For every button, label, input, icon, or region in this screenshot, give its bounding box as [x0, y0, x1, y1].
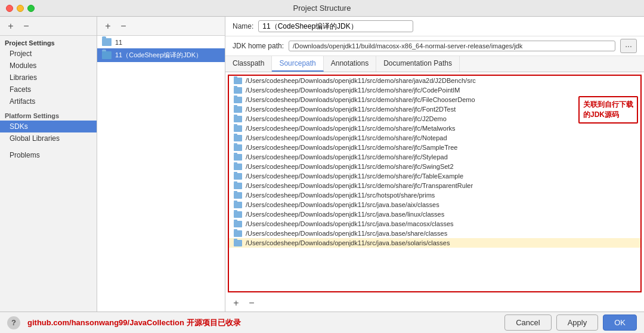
path-item[interactable]: /Users/codesheep/Downloads/openjdk11/src…	[229, 162, 640, 171]
path-value: /Users/codesheep/Downloads/openjdk11/src…	[246, 134, 447, 141]
bottom-bar: ? github.com/hansonwang99/JavaCollection…	[0, 312, 644, 333]
sidebar-item-facets[interactable]: Facets	[0, 84, 97, 95]
sidebar-item-modules[interactable]: Modules	[0, 60, 97, 72]
path-item[interactable]: /Users/codesheep/Downloads/openjdk11/src…	[229, 124, 640, 133]
sidebar-item-problems[interactable]: Problems	[0, 149, 97, 161]
path-value: /Users/codesheep/Downloads/openjdk11/src…	[246, 220, 454, 227]
path-item[interactable]: /Users/codesheep/Downloads/openjdk11/src…	[229, 219, 640, 229]
path-value: /Users/codesheep/Downloads/openjdk11/src…	[246, 125, 456, 132]
maximize-button[interactable]	[27, 5, 35, 12]
jdk-home-row: JDK home path: ···	[225, 36, 644, 56]
ok-button[interactable]: OK	[603, 314, 637, 331]
path-value: /Users/codesheep/Downloads/openjdk11/src…	[246, 201, 439, 208]
browse-button[interactable]: ···	[620, 39, 637, 53]
traffic-lights	[6, 5, 35, 12]
path-value: /Users/codesheep/Downloads/openjdk11/src…	[246, 153, 448, 161]
sidebar-item-sdks-label: SDKs	[10, 122, 28, 131]
path-item[interactable]: /Users/codesheep/Downloads/openjdk11/src…	[229, 76, 640, 85]
path-item[interactable]: /Users/codesheep/Downloads/openjdk11/src…	[229, 200, 640, 209]
folder-icon	[234, 135, 242, 141]
tab-annotations[interactable]: Annotations	[324, 56, 376, 72]
sidebar-project-items: ProjectModulesLibrariesFacetsArtifacts	[0, 48, 97, 107]
folder-icon	[234, 202, 242, 208]
path-value: /Users/codesheep/Downloads/openjdk11/src…	[246, 77, 476, 84]
sdk-item-sdk-11-codesheep-label: 11（CodeSheep编译的JDK）	[115, 51, 202, 60]
path-value: /Users/codesheep/Downloads/openjdk11/src…	[246, 87, 460, 94]
folder-icon	[234, 144, 242, 151]
close-button[interactable]	[6, 5, 13, 12]
sdk-tree-toolbar: + −	[97, 17, 225, 36]
name-input[interactable]	[258, 20, 413, 32]
sdk-add-button[interactable]: +	[102, 20, 114, 32]
sidebar-item-artifacts[interactable]: Artifacts	[0, 95, 97, 107]
main-content: + − Project Settings ProjectModulesLibra…	[0, 17, 644, 312]
sdk-list: 1111（CodeSheep编译的JDK）	[97, 36, 225, 312]
sidebar-item-global-libraries[interactable]: Global Libraries	[0, 132, 97, 144]
paths-remove-button[interactable]: −	[246, 297, 258, 309]
path-item[interactable]: /Users/codesheep/Downloads/openjdk11/src…	[229, 181, 640, 190]
sidebar-item-facets-label: Facets	[10, 85, 31, 94]
path-value: /Users/codesheep/Downloads/openjdk11/src…	[246, 182, 473, 189]
jdk-home-input[interactable]	[289, 41, 615, 51]
sidebar-item-modules-label: Modules	[10, 61, 36, 70]
path-value: /Users/codesheep/Downloads/openjdk11/src…	[246, 192, 435, 199]
path-item[interactable]: /Users/codesheep/Downloads/openjdk11/src…	[229, 152, 640, 162]
window-title: Project Structure	[293, 4, 351, 13]
titlebar: Project Structure	[0, 0, 644, 17]
path-value: /Users/codesheep/Downloads/openjdk11/src…	[246, 163, 454, 170]
folder-icon	[234, 87, 242, 94]
tab-sourcepath[interactable]: Sourcepath	[272, 56, 323, 72]
bottom-link-text: github.com/hansonwang99/JavaCollection 开…	[27, 317, 500, 328]
help-button[interactable]: ?	[7, 316, 20, 329]
name-label: Name:	[233, 22, 253, 30]
folder-icon	[234, 183, 242, 189]
tab-documentation-paths[interactable]: Documentation Paths	[376, 56, 460, 72]
sidebar-item-project-label: Project	[10, 50, 32, 58]
folder-icon	[234, 125, 242, 132]
folder-icon	[234, 211, 242, 218]
path-value: /Users/codesheep/Downloads/openjdk11/src…	[246, 144, 457, 151]
folder-icon	[234, 221, 242, 227]
sidebar-platform-items: SDKsGlobal Libraries	[0, 121, 97, 144]
path-item[interactable]: /Users/codesheep/Downloads/openjdk11/src…	[229, 171, 640, 181]
sidebar-item-artifacts-label: Artifacts	[10, 97, 35, 106]
folder-icon	[234, 230, 242, 237]
minimize-button[interactable]	[17, 5, 24, 12]
sdk-item-sdk-11-codesheep[interactable]: 11（CodeSheep编译的JDK）	[97, 48, 225, 62]
sidebar-item-global-libraries-label: Global Libraries	[10, 134, 60, 143]
folder-icon	[234, 106, 242, 113]
path-value: /Users/codesheep/Downloads/openjdk11/src…	[246, 230, 447, 237]
path-item[interactable]: /Users/codesheep/Downloads/openjdk11/src…	[229, 238, 640, 248]
path-value: /Users/codesheep/Downloads/openjdk11/src…	[246, 115, 447, 122]
apply-button[interactable]: Apply	[556, 314, 599, 331]
sidebar-item-problems-label: Problems	[10, 151, 40, 159]
folder-icon	[102, 38, 112, 46]
sidebar: + − Project Settings ProjectModulesLibra…	[0, 17, 97, 312]
path-value: /Users/codesheep/Downloads/openjdk11/src…	[246, 172, 463, 180]
folder-icon	[234, 78, 242, 84]
path-item[interactable]: /Users/codesheep/Downloads/openjdk11/src…	[229, 85, 640, 95]
sidebar-item-libraries[interactable]: Libraries	[0, 72, 97, 84]
folder-icon	[102, 51, 112, 59]
platform-settings-header: Platform Settings	[0, 107, 97, 121]
detail-panel: Name: JDK home path: ··· ClasspathSource…	[225, 17, 644, 312]
sdk-remove-button[interactable]: −	[117, 20, 129, 32]
name-row: Name:	[225, 17, 644, 36]
tab-classpath[interactable]: Classpath	[225, 56, 272, 72]
sidebar-item-libraries-label: Libraries	[10, 73, 37, 82]
path-item[interactable]: /Users/codesheep/Downloads/openjdk11/src…	[229, 133, 640, 143]
path-item[interactable]: /Users/codesheep/Downloads/openjdk11/src…	[229, 143, 640, 152]
path-item[interactable]: /Users/codesheep/Downloads/openjdk11/src…	[229, 229, 640, 238]
folder-icon	[234, 97, 242, 103]
sidebar-remove-button[interactable]: −	[20, 20, 32, 32]
sidebar-item-sdks[interactable]: SDKs	[0, 121, 97, 132]
sidebar-add-button[interactable]: +	[5, 20, 17, 32]
jdk-home-label: JDK home path:	[233, 42, 284, 50]
paths-add-button[interactable]: +	[230, 297, 242, 309]
path-item[interactable]: /Users/codesheep/Downloads/openjdk11/src…	[229, 190, 640, 200]
sidebar-item-project[interactable]: Project	[0, 48, 97, 60]
sdk-item-sdk-11[interactable]: 11	[97, 36, 225, 48]
path-value: /Users/codesheep/Downloads/openjdk11/src…	[246, 239, 450, 246]
cancel-button[interactable]: Cancel	[504, 314, 551, 331]
path-item[interactable]: /Users/codesheep/Downloads/openjdk11/src…	[229, 209, 640, 219]
